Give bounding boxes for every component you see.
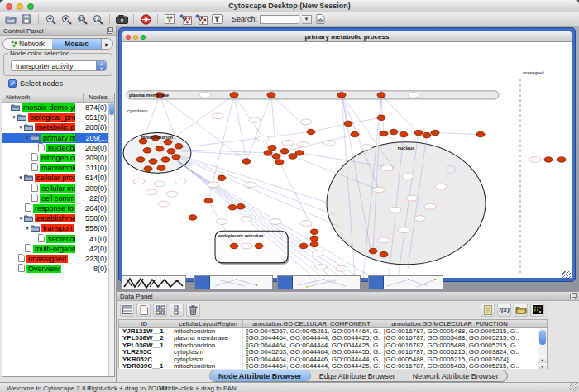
tree-row[interactable]: nitrogen compo209(0) (2, 153, 108, 163)
filter-icon[interactable] (209, 13, 224, 26)
table-row[interactable]: YPL036W__2plasma membrane[GO:0044464, GO… (119, 335, 547, 342)
minimized-window-4[interactable] (368, 275, 443, 289)
help-icon[interactable] (138, 13, 153, 26)
tree-row[interactable]: ▼biological_process651(0) (2, 112, 108, 122)
attribute-matrix-icon[interactable] (120, 304, 134, 317)
configure-search-icon[interactable] (313, 13, 328, 26)
window-resize-grip[interactable] (570, 383, 578, 391)
more-tabs-button[interactable]: ▶ (101, 39, 112, 49)
expand-arrow-icon[interactable]: ▼ (24, 226, 31, 231)
network-file-icon (25, 203, 31, 213)
scroll-up-icon[interactable]: ▲ (538, 356, 547, 363)
tree-row[interactable]: ▼transport558(0) (2, 223, 108, 233)
table-row[interactable]: YKR052Ccytoplasm[GO:0044464, GO:0044446,… (119, 356, 547, 363)
tree-row[interactable]: ▼metabolic process280(0) (2, 122, 108, 132)
search-input[interactable] (260, 15, 299, 24)
expand-arrow-icon[interactable]: ▼ (17, 125, 24, 130)
tree-row[interactable]: cell communicat22(0) (2, 194, 108, 203)
layout-settings-icon[interactable] (162, 13, 177, 26)
search-dropdown-button[interactable]: ▼ (302, 15, 312, 24)
tree-row-label: primary metabo (41, 134, 75, 142)
tree-row-node-count: 264(0) (75, 204, 108, 213)
open-session-icon[interactable] (3, 13, 18, 26)
new-attribute-icon[interactable] (136, 304, 151, 317)
tree-row-label: Overview (26, 265, 61, 273)
table-row[interactable]: YJR121W__1mitochondrion[GO:0045267, GO:0… (119, 328, 547, 335)
tree-row[interactable]: response to stimulu264(0) (2, 203, 108, 213)
tree-row[interactable]: multi-organism pro42(0) (2, 244, 108, 254)
region-label: plasma membrane (129, 93, 169, 98)
view-resize-grip[interactable] (562, 271, 571, 280)
import-attributes-icon[interactable] (514, 304, 528, 317)
float-panel-icon[interactable] (107, 28, 112, 34)
float-panel-icon[interactable] (570, 294, 576, 299)
table-scrollbar[interactable]: ▲▼ (538, 328, 547, 369)
tree-row[interactable]: secretion41(0) (2, 233, 108, 243)
network-tree-panel: Network Nodes mosaic-demo-yeast874(0)▼bi… (2, 93, 115, 377)
tree-column-network[interactable]: Network (2, 93, 83, 102)
tree-row[interactable]: ▼cellular process614(0) (2, 173, 108, 183)
table-scroll-thumb[interactable] (539, 330, 546, 345)
tree-row[interactable]: ▼establishment of lo558(0) (2, 213, 108, 223)
tab-node-attribute-browser[interactable]: Node Attribute Browser (210, 370, 311, 381)
tree-row[interactable]: macromolecule311(0) (2, 163, 108, 173)
save-session-icon[interactable] (19, 13, 34, 26)
minimized-window-1[interactable] (122, 275, 186, 289)
zoom-in-icon[interactable] (59, 13, 74, 26)
tree-column-nodes[interactable]: Nodes (83, 93, 114, 102)
network-file-icon (18, 264, 25, 274)
zoom-fit-icon[interactable] (90, 13, 105, 26)
network-view-titlebar[interactable]: primary metabolic process (122, 31, 572, 42)
tree-row[interactable]: unassigned223(0) (2, 254, 108, 264)
table-column-header[interactable]: _cellularLayoutRegion (170, 320, 243, 327)
network-canvas[interactable]: plasma membranecytoplasmmitochondrionnuc… (122, 42, 572, 278)
tab-network-attribute-browser[interactable]: Network Attribute Browser (404, 370, 507, 381)
minimized-window-2[interactable] (194, 275, 273, 289)
snapshot-icon[interactable] (114, 13, 129, 26)
tab-network[interactable]: Network (3, 39, 52, 49)
minimized-window-3[interactable] (277, 275, 361, 289)
region-label: unassigned (523, 70, 544, 75)
table-cell: YKR052C (119, 356, 170, 363)
select-nodes-checkbox[interactable]: ✓ (8, 79, 17, 88)
unselect-attributes-icon[interactable] (170, 304, 184, 317)
zoom-selected-icon[interactable] (74, 13, 89, 26)
zoom-out-icon[interactable] (43, 13, 58, 26)
table-column-header[interactable]: ID (119, 320, 170, 327)
heatmap-icon[interactable] (530, 304, 544, 317)
expand-arrow-icon[interactable]: ▼ (24, 136, 31, 141)
tree-row-label: unassigned (26, 255, 68, 263)
select-attributes-icon[interactable] (153, 304, 167, 317)
tree-row[interactable]: ▼primary metabo209(... (2, 133, 108, 143)
table-cell: [GO:0016787, GO:0005488, GO:0005215, G..… (380, 328, 519, 335)
tab-edge-attribute-browser[interactable]: Edge Attribute Browser (311, 370, 404, 381)
table-row[interactable]: YLR295Ccytoplasm[GO:0045263, GO:0044464,… (119, 349, 547, 356)
expand-arrow-icon[interactable]: ▼ (17, 175, 24, 180)
tree-row-label: cellular metabo (40, 184, 75, 193)
network-view-window[interactable]: primary metabolic process plasma membran… (118, 27, 576, 282)
tree-scrollbar[interactable] (108, 103, 114, 376)
node-color-select[interactable]: transporter activity ▲▼ (11, 60, 107, 71)
region-label: nucleus (398, 146, 415, 151)
tree-row[interactable]: Overview8(0) (2, 264, 108, 274)
tree-row-node-count: 280(0) (75, 123, 108, 131)
attribute-notes-icon[interactable] (481, 304, 495, 317)
attribute-equation-icon[interactable]: f(x) (497, 304, 511, 317)
expand-arrow-icon[interactable]: ▼ (11, 115, 17, 120)
tree-row[interactable]: nucleobase-209(0) (2, 143, 108, 153)
tree-row-label: establishment of lo (35, 214, 75, 222)
table-column-header[interactable]: annotation.GO CELLULAR_COMPONENT (243, 320, 380, 327)
tree-row-label: transport (41, 224, 74, 232)
apply-layout-2-icon[interactable] (194, 13, 208, 26)
tree-row-label: cell communicat (40, 194, 75, 203)
expand-arrow-icon[interactable]: ▼ (17, 216, 24, 221)
table-row[interactable]: YPL036W__1mitochondrion[GO:0044464, GO:0… (119, 342, 547, 349)
tree-row[interactable]: cellular metabo209(0) (2, 184, 108, 194)
combo-stepper-icon[interactable]: ▲▼ (96, 61, 106, 70)
tree-row[interactable]: mosaic-demo-yeast874(0) (2, 103, 108, 112)
apply-layout-1-icon[interactable] (178, 13, 193, 26)
tree-scroll-thumb[interactable] (109, 103, 114, 115)
tab-mosaic[interactable]: Mosaic (52, 39, 101, 49)
table-column-header[interactable]: annotation.GO MOLECULAR_FUNCTION (380, 320, 519, 327)
delete-attribute-icon[interactable] (186, 304, 200, 317)
